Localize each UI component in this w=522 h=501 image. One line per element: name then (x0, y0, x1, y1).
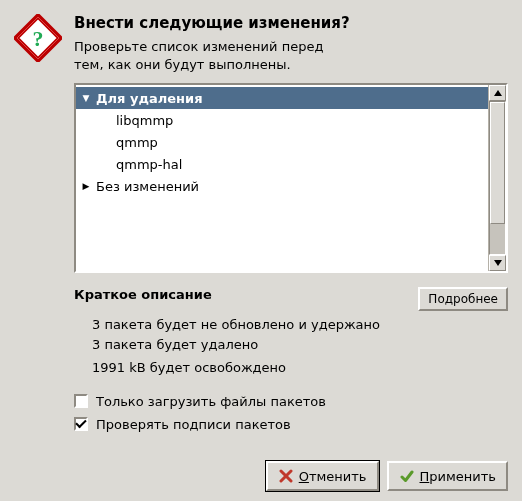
verify-signatures-checkbox[interactable]: Проверять подписи пакетов (74, 413, 508, 436)
checkbox-label: Проверять подписи пакетов (96, 417, 291, 432)
button-label: Применить (420, 469, 496, 484)
svg-marker-4 (494, 260, 502, 266)
collapse-icon: ▼ (80, 93, 92, 103)
expand-icon: ▶ (80, 181, 92, 191)
tree-item[interactable]: libqmmp (76, 109, 488, 131)
tree-item[interactable]: qmmp (76, 131, 488, 153)
dialog: ? Внести следующие изменения? Проверьте … (0, 0, 522, 501)
scroll-track[interactable] (489, 101, 506, 255)
tree-group-label: Для удаления (96, 91, 203, 106)
cancel-icon (278, 468, 294, 484)
summary-line: 3 пакета будет не обновлено и удержано (92, 315, 508, 335)
scroll-up-button[interactable] (489, 85, 506, 101)
package-name: qmmp (116, 135, 158, 150)
apply-icon (399, 468, 415, 484)
cancel-button[interactable]: Отменить (266, 461, 379, 491)
package-name: libqmmp (116, 113, 173, 128)
svg-text:?: ? (33, 26, 44, 51)
summary-line: 1991 kB будет освобождено (92, 358, 508, 378)
vertical-scrollbar[interactable] (488, 85, 506, 271)
checkbox-icon (74, 394, 88, 408)
dialog-icon: ? (14, 14, 62, 73)
summary-line: 3 пакета будет удалено (92, 335, 508, 355)
package-name: qmmp-hal (116, 157, 182, 172)
dialog-title: Внести следующие изменения? (74, 14, 508, 32)
scroll-down-button[interactable] (489, 255, 506, 271)
content: ▼ Для удаления libqmmp qmmp qmmp-hal ▶ Б… (74, 83, 508, 491)
triangle-up-icon (494, 90, 502, 96)
tree-group-removal[interactable]: ▼ Для удаления (76, 87, 488, 109)
dialog-subtitle: Проверьте список изменений перед тем, ка… (74, 38, 508, 73)
checkboxes: Только загрузить файлы пакетов Проверять… (74, 390, 508, 436)
tree-item[interactable]: qmmp-hal (76, 153, 488, 175)
summary-header: Краткое описание Подробнее (74, 287, 508, 311)
details-button[interactable]: Подробнее (418, 287, 508, 311)
changes-tree: ▼ Для удаления libqmmp qmmp qmmp-hal ▶ Б… (74, 83, 508, 273)
tree-group-label: Без изменений (96, 179, 199, 194)
header: ? Внести следующие изменения? Проверьте … (14, 14, 508, 73)
button-label: Отменить (299, 469, 367, 484)
triangle-down-icon (494, 260, 502, 266)
scroll-thumb[interactable] (490, 102, 505, 224)
header-text: Внести следующие изменения? Проверьте сп… (74, 14, 508, 73)
download-only-checkbox[interactable]: Только загрузить файлы пакетов (74, 390, 508, 413)
tree-view[interactable]: ▼ Для удаления libqmmp qmmp qmmp-hal ▶ Б… (76, 85, 488, 271)
apply-button[interactable]: Применить (387, 461, 508, 491)
checkbox-label: Только загрузить файлы пакетов (96, 394, 326, 409)
checkbox-checked-icon (74, 417, 88, 431)
question-warning-icon: ? (14, 14, 62, 62)
summary-lines: 3 пакета будет не обновлено и удержано 3… (92, 315, 508, 378)
summary-title: Краткое описание (74, 287, 212, 302)
tree-group-unchanged[interactable]: ▶ Без изменений (76, 175, 488, 197)
svg-marker-3 (494, 90, 502, 96)
button-row: Отменить Применить (74, 461, 508, 491)
